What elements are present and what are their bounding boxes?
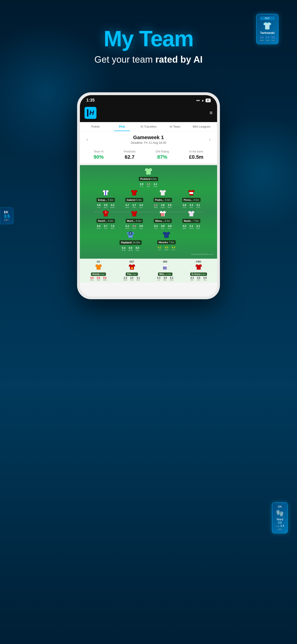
stat-gw-rating-label: GW Rating — [156, 150, 169, 153]
card-ward-stats: 3.6CHE 3.4BRE — [276, 521, 284, 531]
bench-pau[interactable]: DEF Pau4.5m 2.4NEW 3.5EVE 3.1BUR — [118, 260, 146, 281]
rashf-name-tag: Rashf...9.0m — [96, 219, 115, 223]
gabriel-jersey — [121, 189, 148, 198]
pedro-jersey — [149, 189, 176, 198]
player-madd[interactable]: Madd...7.5m 4.5BRE 5.1MUN 5.1BOU — [178, 210, 205, 230]
gabriel-scores: 4.7NFO 3.7CRY 4.4FUL — [121, 204, 148, 208]
bench-fwd-label: FWD — [185, 260, 212, 263]
mito-jersey — [152, 264, 179, 271]
notch — [128, 95, 169, 102]
tab-ai-team[interactable]: AI Team — [162, 122, 188, 131]
nkunku-scores: 4.1LIV 4.0WHU 4.4LUT — [149, 246, 184, 251]
player-pedro[interactable]: Pedro...5.0m 3.2BRE 3.8MUN 3.9BOU — [149, 189, 176, 208]
bench-gk-label: GK — [85, 260, 112, 263]
marti-scores: 5.1NFO 4.0CRY 4.8FUL — [121, 224, 148, 230]
pau-scores: 2.4NEW 3.5EVE 3.1BUR — [118, 277, 146, 281]
side-teaser-team: CRY — [4, 219, 10, 221]
bench-section: GK Areola4.0m 0.0BOU 0.0CHE 0.0BHA — [80, 259, 217, 282]
player-haaland[interactable]: C Haaland14.0m 8.3BUR 8.0NEW 8.5SHU — [113, 231, 148, 251]
player-rashf[interactable]: V Rashf...9.0m 6.6WOL 5.7TOT 7.0NFO — [92, 210, 119, 230]
next-gameweek-btn[interactable]: › — [207, 136, 212, 144]
phone-inner: 1:35 ●● ▲ 37 H ≡ Points Pick AI Transfer… — [80, 95, 217, 296]
status-bar: 1:35 ●● ▲ 37 — [80, 95, 217, 104]
app-content: ‹ Gameweek 1 Deadline: Fri 11 Aug 18:30 … — [80, 131, 217, 296]
pinno-jersey — [178, 189, 205, 198]
midfielders-row: V Rashf...9.0m 6.6WOL 5.7TOT 7.0NFO — [82, 210, 215, 230]
card-ward-name: Ward — [276, 518, 284, 521]
pitch-watermark: fantasyfootballhub.co.uk — [82, 253, 215, 256]
mbeu-name-tag: Mbeu...6.5m — [154, 219, 172, 223]
bench-areola[interactable]: GK Areola4.0m 0.0BOU 0.0CHE 0.0BHA — [85, 260, 112, 281]
card-player-name: Tarkowski — [260, 31, 275, 34]
hero-section: My Team Get your team rated by AI — [0, 0, 297, 78]
phone-container: 1:35 ●● ▲ 37 H ≡ Points Pick AI Transfer… — [0, 78, 297, 322]
tab-mini-leagues[interactable]: Mini Leagues — [188, 122, 215, 131]
marti-jersey — [121, 210, 148, 218]
madd-jersey — [178, 210, 205, 218]
hero-subtitle: Get your team rated by AI — [0, 54, 297, 65]
hero-subtitle-bold: rated by AI — [156, 54, 202, 64]
tab-points[interactable]: Points — [82, 122, 109, 131]
prev-gameweek-btn[interactable]: ‹ — [84, 136, 90, 144]
nkunku-jersey — [149, 231, 184, 240]
floating-card-ward: GK 🧤 Ward 3.6CHE 3.4BRE — [272, 502, 288, 534]
pitch: Pickford4.5m 3.9FUL 3.4AVL 4.1WOL — [80, 165, 217, 259]
player-marti[interactable]: Marti...8.0m 5.1NFO 4.0CRY 4.8FUL — [121, 210, 148, 230]
stat-predicted: Predicted 62.7 — [124, 150, 136, 160]
areola-scores: 0.0BOU 0.0CHE 0.0BHA — [85, 277, 112, 281]
bench-mid-label: MID — [152, 260, 179, 263]
player-nkunku[interactable]: Nkunku7.5m 4.1LIV 4.0WHU 4.4LUT — [149, 231, 184, 251]
tab-ai-transfers[interactable]: AI Transfers — [135, 122, 162, 131]
player-mbeu[interactable]: Mbeu...6.5m 5.3TOT 4.8FUL 4.9CRY — [149, 210, 176, 230]
phone-outer: 1:35 ●● ▲ 37 H ≡ Points Pick AI Transfer… — [77, 92, 220, 299]
bench-gjesus[interactable]: FWD G.Jesus8.0m 6.4NFO 4.9CRY 5.9FUL — [185, 260, 212, 281]
player-estup[interactable]: Estup...5.0m 4.8LUT 3.9WOL 4.3WHU — [92, 189, 119, 208]
pedro-name-tag: Pedro...5.0m — [154, 198, 172, 202]
pau-jersey — [118, 264, 146, 271]
stat-team-pct: Team % 90% — [94, 150, 104, 160]
bench-row: GK Areola4.0m 0.0BOU 0.0CHE 0.0BHA — [82, 260, 215, 281]
signal-icon: ●● — [196, 98, 200, 102]
battery-icon: 37 — [206, 98, 211, 102]
status-icons: ●● ▲ 37 — [196, 98, 211, 102]
stat-predicted-label: Predicted — [124, 150, 136, 153]
gameweek-info: Gameweek 1 Deadline: Fri 11 Aug 18:30 — [131, 134, 166, 144]
gjesus-scores: 6.4NFO 4.9CRY 5.9FUL — [185, 277, 212, 281]
logo-letter: H — [87, 109, 94, 116]
hero-subtitle-plain: Get your team — [94, 54, 156, 64]
stat-gw-rating: GW Rating 87% — [156, 150, 169, 160]
mbeu-scores: 5.3TOT 4.8FUL 4.9CRY — [149, 224, 176, 230]
stat-in-bank-value: £0.5m — [189, 154, 203, 160]
bench-def-label: DEF — [118, 260, 146, 263]
pau-name-tag: Pau4.5m — [126, 272, 138, 276]
svg-point-5 — [131, 267, 133, 269]
card-stats: 3.5BRE 2.4CHE 3.1TOT — [260, 36, 275, 42]
stat-predicted-value: 62.7 — [124, 154, 136, 160]
player-gabriel[interactable]: Gabriel5.0m 4.7NFO 3.7CRY 4.4FUL — [121, 189, 148, 208]
bench-mito[interactable]: MID Mito...6.5m 5.4LUT — [152, 260, 179, 281]
hamburger-icon[interactable]: ≡ — [210, 110, 212, 116]
wifi-icon: ▲ — [201, 98, 204, 102]
madd-scores: 4.5BRE 5.1MUN 5.1BOU — [178, 224, 205, 230]
stat-gw-rating-value: 87% — [156, 154, 169, 160]
player-pickford[interactable]: Pickford4.5m 3.9FUL 3.4AVL 4.1WOL — [135, 168, 162, 188]
stat-team-pct-label: Team % — [94, 150, 104, 153]
floating-card-tarkowski: DEF 👕 Tarkowski 3.5BRE 2.4CHE 3.1TOT — [256, 14, 278, 44]
mbeu-jersey — [149, 210, 176, 218]
estup-name-tag: Estup...5.0m — [96, 198, 115, 202]
tab-pick[interactable]: Pick — [109, 122, 135, 131]
side-teaser-text: EK — [4, 210, 10, 214]
rashf-scores: 6.6WOL 5.7TOT 7.0NFO — [92, 224, 119, 230]
gameweek-title: Gameweek 1 — [131, 134, 166, 140]
haaland-badge: C — [128, 231, 132, 236]
app-header: H ≡ — [80, 104, 217, 122]
mito-name-tag: Mito...6.5m — [158, 272, 172, 276]
gabriel-name-tag: Gabriel5.0m — [125, 198, 143, 202]
haaland-name-tag: Haaland14.0m — [120, 240, 141, 245]
gjesus-jersey — [185, 264, 212, 271]
madd-name-tag: Madd...7.5m — [182, 219, 200, 223]
player-pinno[interactable]: Pinno...4.5m 3.8TOT 3.3FUL 4.1CRY — [178, 189, 205, 208]
gk-jersey — [135, 168, 162, 176]
defenders-row: Estup...5.0m 4.8LUT 3.9WOL 4.3WHU G — [82, 189, 215, 208]
goalkeeper-row: Pickford4.5m 3.9FUL 3.4AVL 4.1WOL — [82, 168, 215, 188]
